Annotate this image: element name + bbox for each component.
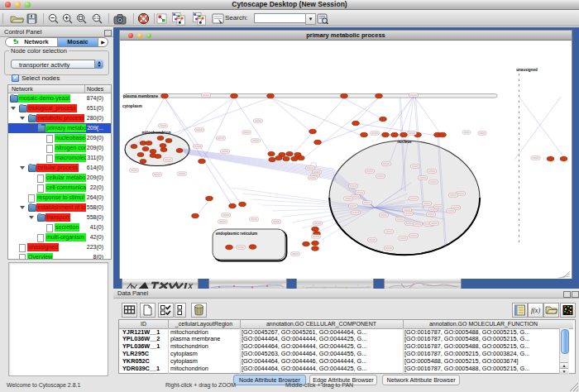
svg-text:1:1: 1:1	[93, 16, 99, 20]
svg-text:mitochondrion: mitochondrion	[142, 130, 171, 135]
svg-text:nucleus: nucleus	[397, 140, 412, 144]
svg-text:unassigned: unassigned	[516, 68, 538, 72]
svg-text:f(x): f(x)	[531, 307, 540, 314]
svg-text:cytoplasm: cytoplasm	[122, 104, 142, 108]
svg-text:endoplasmic reticulum: endoplasmic reticulum	[216, 232, 257, 236]
svg-text:plasma membrane: plasma membrane	[123, 94, 158, 98]
